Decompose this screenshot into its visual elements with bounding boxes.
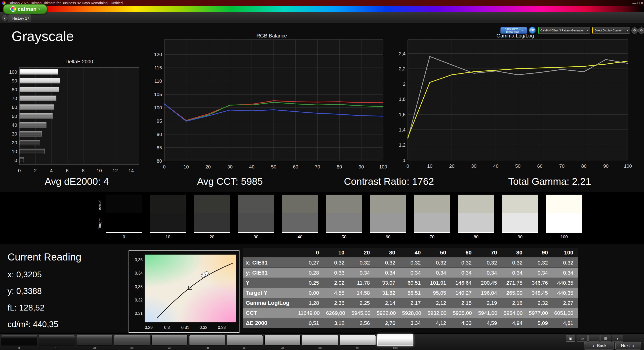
swatch-actual-color bbox=[370, 195, 406, 213]
table-cell: 0,32 bbox=[374, 260, 400, 266]
pattern-generator-label: CalMAN Client 3 Pattern Generator bbox=[540, 29, 584, 32]
table-cell: 5941,00 bbox=[476, 310, 502, 316]
svg-text:10: 10 bbox=[427, 163, 432, 169]
table-cell: 0,34 bbox=[349, 270, 374, 276]
pattern-level-button[interactable] bbox=[302, 335, 338, 345]
pattern-level-button[interactable] bbox=[227, 335, 263, 345]
display-control-button[interactable]: Direct Display Control ▾ bbox=[592, 27, 630, 34]
pattern-level-label: 70 bbox=[264, 346, 301, 349]
pattern-generator-button[interactable]: CalMAN Client 3 Pattern Generator ▾ bbox=[538, 27, 590, 34]
swatch-actual-color bbox=[150, 195, 186, 213]
swatch-level-label: 80 bbox=[458, 235, 494, 240]
table-cell: 5935,00 bbox=[451, 310, 476, 316]
swatch-target-color bbox=[194, 213, 230, 232]
reading-cdm2: cd/m²: 440,35 bbox=[8, 320, 82, 329]
svg-text:30: 30 bbox=[12, 131, 17, 137]
pattern-level-button[interactable] bbox=[264, 335, 301, 345]
table-row-label: x: CIE31 bbox=[243, 259, 298, 266]
meter-select-button[interactable]: X-Rite i1Pro 3 Direct View ▾ bbox=[500, 27, 527, 34]
pattern-level-button[interactable] bbox=[151, 335, 188, 345]
back-button[interactable]: ◄ Back bbox=[584, 342, 614, 349]
svg-text:70: 70 bbox=[12, 96, 17, 101]
pattern-level-button[interactable] bbox=[39, 335, 75, 345]
svg-text:80: 80 bbox=[581, 163, 586, 169]
table-header-cell: 70 bbox=[476, 249, 502, 256]
grayscale-swatch: 100 bbox=[546, 195, 582, 240]
history-panel-toggle[interactable]: ▸ bbox=[2, 15, 8, 21]
svg-text:0,34: 0,34 bbox=[135, 271, 143, 275]
table-cell: 58,51 bbox=[400, 290, 425, 296]
table-cell: 5922,00 bbox=[375, 310, 400, 316]
table-cell: 2,25 bbox=[349, 300, 374, 306]
arrow-up-icon[interactable]: ↑ bbox=[588, 335, 599, 342]
stat-contrast-ratio: Contrast Ratio: 1762 bbox=[344, 176, 434, 187]
table-cell: 2,14 bbox=[374, 300, 400, 306]
table-header-cell: 60 bbox=[451, 249, 476, 256]
minimize-button[interactable]: — bbox=[632, 1, 636, 5]
table-cell: 4,59 bbox=[476, 320, 502, 326]
next-arrow-icon: ► bbox=[632, 344, 635, 348]
grayscale-swatch: 0 bbox=[106, 195, 142, 240]
table-header-cell: 20 bbox=[349, 249, 374, 256]
svg-text:0,35: 0,35 bbox=[135, 258, 143, 262]
table-cell: 4,12 bbox=[425, 320, 451, 326]
swatch-actual-color bbox=[414, 195, 450, 213]
table-header-cell: 50 bbox=[425, 249, 451, 256]
table-cell: 0,32 bbox=[324, 260, 349, 266]
next-button[interactable]: Next ► bbox=[615, 342, 641, 349]
table-cell: 0,34 bbox=[502, 270, 527, 276]
table-cell: 4,55 bbox=[324, 290, 349, 296]
export-icon[interactable]: ▼ bbox=[612, 335, 623, 342]
maximize-button[interactable]: □ bbox=[637, 1, 640, 5]
svg-text:0,33: 0,33 bbox=[218, 325, 226, 330]
swatch-target-color bbox=[106, 213, 142, 232]
pattern-level-label: 10 bbox=[39, 346, 75, 349]
calman-logo-button[interactable]: calman ▾ bbox=[3, 4, 47, 14]
pattern-level-button[interactable] bbox=[377, 334, 413, 346]
monitor-icon[interactable]: ▭ bbox=[577, 335, 588, 342]
svg-text:90: 90 bbox=[358, 164, 364, 169]
svg-text:90: 90 bbox=[157, 132, 162, 137]
svg-text:0: 0 bbox=[163, 164, 166, 169]
svg-text:2: 2 bbox=[34, 168, 37, 173]
svg-text:50: 50 bbox=[12, 114, 17, 119]
svg-text:90: 90 bbox=[12, 78, 17, 83]
svg-text:70: 70 bbox=[315, 164, 320, 169]
table-cell: 2,17 bbox=[400, 300, 425, 306]
table-cell: 6051,00 bbox=[552, 310, 578, 316]
svg-text:40: 40 bbox=[493, 163, 498, 169]
swatch-target-color bbox=[238, 213, 274, 232]
app-options-gear-icon[interactable]: ⚙ bbox=[638, 27, 644, 34]
settings-gear-icon[interactable]: ⚙ bbox=[631, 27, 638, 34]
grayscale-swatch: 60 bbox=[370, 195, 406, 240]
table-cell: 146,64 bbox=[451, 280, 476, 286]
table-row: Gamma Log/Log1,282,362,252,142,172,122,1… bbox=[243, 298, 578, 308]
pattern-level-button[interactable] bbox=[340, 335, 376, 345]
pattern-level-button[interactable] bbox=[114, 335, 150, 345]
swatch-target-color bbox=[326, 213, 362, 232]
table-cell: 14,58 bbox=[349, 290, 374, 296]
svg-text:60: 60 bbox=[537, 163, 542, 169]
svg-text:0: 0 bbox=[14, 158, 17, 163]
table-cell: 2,16 bbox=[502, 300, 527, 306]
table-cell: 0,32 bbox=[527, 260, 552, 266]
svg-text:40: 40 bbox=[12, 122, 17, 128]
svg-text:120: 120 bbox=[154, 52, 162, 57]
pattern-level-button[interactable] bbox=[76, 335, 112, 345]
history-tab-chevron-icon[interactable]: ▾ bbox=[28, 16, 29, 20]
svg-text:0,3: 0,3 bbox=[164, 325, 170, 330]
table-cell: 3,12 bbox=[324, 320, 349, 326]
swatch-level-label: 60 bbox=[370, 235, 406, 240]
chevron-down-icon: ▾ bbox=[627, 29, 628, 32]
printer-icon[interactable]: ▤ bbox=[600, 335, 611, 342]
pattern-window-icon[interactable]: ▣ bbox=[566, 335, 575, 342]
table-row-label: Target Y bbox=[243, 290, 298, 296]
svg-text:85: 85 bbox=[157, 145, 162, 150]
table-cell: 2,02 bbox=[324, 280, 349, 286]
svg-text:0,33: 0,33 bbox=[135, 285, 143, 289]
close-button[interactable]: × bbox=[641, 1, 643, 5]
table-cell: 2,76 bbox=[374, 320, 400, 326]
svg-text:10: 10 bbox=[183, 164, 189, 169]
pattern-level-button[interactable] bbox=[1, 335, 37, 345]
pattern-level-button[interactable] bbox=[189, 335, 225, 345]
